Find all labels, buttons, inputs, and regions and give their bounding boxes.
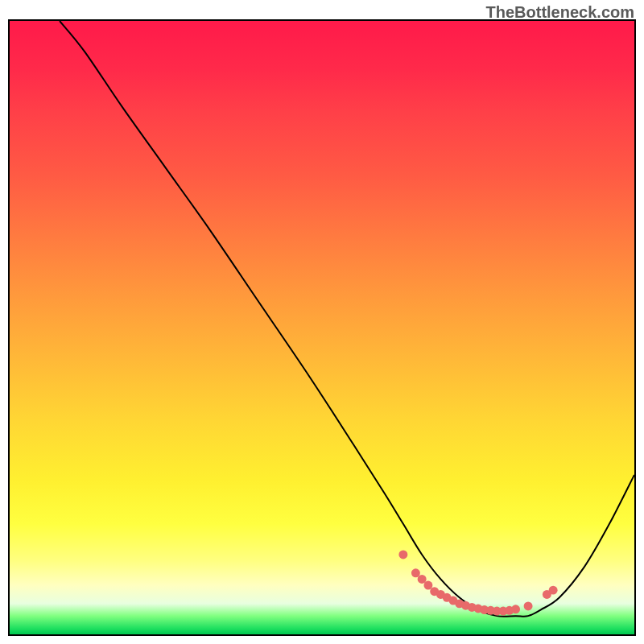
marker-dot	[524, 601, 533, 610]
marker-dot	[398, 550, 407, 559]
curve-line	[60, 21, 634, 617]
plot-area	[8, 19, 636, 636]
marker-dots	[398, 550, 557, 615]
watermark-text: TheBottleneck.com	[486, 3, 634, 22]
chart-overlay	[10, 21, 634, 634]
marker-dot	[511, 605, 520, 613]
marker-dot	[549, 586, 558, 595]
chart-container: TheBottleneck.com	[0, 0, 644, 644]
